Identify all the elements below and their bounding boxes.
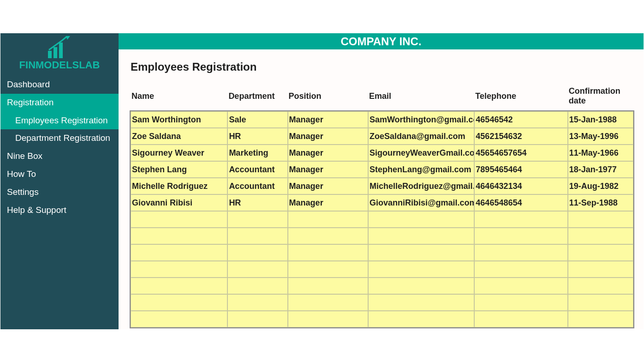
cell-name[interactable]: Stephen Lang: [131, 161, 227, 178]
cell-position[interactable]: [288, 228, 368, 244]
table-row[interactable]: [131, 311, 633, 327]
cell-department[interactable]: [227, 244, 287, 261]
cell-email[interactable]: [368, 261, 474, 278]
cell-confirmation[interactable]: [568, 311, 633, 327]
cell-position[interactable]: Manager: [288, 128, 368, 145]
cell-department[interactable]: [227, 294, 287, 311]
cell-telephone[interactable]: [474, 261, 567, 278]
table-row[interactable]: [131, 228, 633, 244]
cell-position[interactable]: [288, 261, 368, 278]
cell-confirmation[interactable]: 15-Jan-1988: [568, 111, 633, 128]
sidebar-item-department-registration[interactable]: Department Registration: [0, 129, 119, 147]
table-row[interactable]: [131, 211, 633, 228]
cell-confirmation[interactable]: [568, 228, 633, 244]
cell-department[interactable]: [227, 278, 287, 294]
cell-name[interactable]: [131, 311, 227, 327]
cell-department[interactable]: HR: [227, 128, 287, 145]
table-row[interactable]: [131, 244, 633, 261]
cell-telephone[interactable]: 4646432134: [474, 178, 567, 194]
cell-position[interactable]: [288, 211, 368, 228]
cell-confirmation[interactable]: [568, 244, 633, 261]
cell-name[interactable]: [131, 278, 227, 294]
cell-name[interactable]: [131, 211, 227, 228]
cell-confirmation[interactable]: 11-May-1966: [568, 145, 633, 161]
table-row[interactable]: Michelle RodriguezAccountantManagerMiche…: [131, 178, 633, 194]
cell-department[interactable]: [227, 261, 287, 278]
cell-department[interactable]: Accountant: [227, 178, 287, 194]
cell-email[interactable]: [368, 311, 474, 327]
cell-telephone[interactable]: 4646548654: [474, 194, 567, 211]
table-row[interactable]: [131, 294, 633, 311]
cell-telephone[interactable]: [474, 278, 567, 294]
cell-name[interactable]: Giovanni Ribisi: [131, 194, 227, 211]
cell-confirmation[interactable]: [568, 261, 633, 278]
cell-name[interactable]: [131, 244, 227, 261]
cell-position[interactable]: Manager: [288, 111, 368, 128]
cell-confirmation[interactable]: [568, 278, 633, 294]
cell-confirmation[interactable]: [568, 294, 633, 311]
cell-telephone[interactable]: [474, 294, 567, 311]
sidebar-item-registration[interactable]: Registration: [0, 94, 119, 112]
cell-email[interactable]: MichelleRodriguez@gmail.com: [368, 178, 474, 194]
sidebar-item-nine-box[interactable]: Nine Box: [0, 147, 119, 165]
cell-position[interactable]: Manager: [288, 145, 368, 161]
cell-position[interactable]: [288, 244, 368, 261]
cell-email[interactable]: SamWorthington@gmail.com: [368, 111, 474, 128]
cell-telephone[interactable]: [474, 211, 567, 228]
cell-name[interactable]: Sigourney Weaver: [131, 145, 227, 161]
cell-department[interactable]: Accountant: [227, 161, 287, 178]
cell-telephone[interactable]: 45654657654: [474, 145, 567, 161]
cell-department[interactable]: [227, 211, 287, 228]
cell-name[interactable]: Sam Worthington: [131, 111, 227, 128]
sidebar-item-how-to[interactable]: How To: [0, 165, 119, 183]
cell-department[interactable]: Marketing: [227, 145, 287, 161]
cell-name[interactable]: Zoe Saldana: [131, 128, 227, 145]
cell-confirmation[interactable]: 11-Sep-1988: [568, 194, 633, 211]
cell-telephone[interactable]: 7895465464: [474, 161, 567, 178]
cell-confirmation[interactable]: 19-Aug-1982: [568, 178, 633, 194]
cell-position[interactable]: Manager: [288, 178, 368, 194]
table-row[interactable]: Giovanni RibisiHRManagerGiovanniRibisi@g…: [131, 194, 633, 211]
sidebar-item-employees-registration[interactable]: Employees Registration: [0, 112, 119, 130]
sidebar-item-help-support[interactable]: Help & Support: [0, 201, 119, 219]
cell-telephone[interactable]: [474, 311, 567, 327]
cell-confirmation[interactable]: 13-May-1996: [568, 128, 633, 145]
cell-position[interactable]: [288, 311, 368, 327]
cell-position[interactable]: [288, 294, 368, 311]
cell-email[interactable]: [368, 278, 474, 294]
cell-email[interactable]: SigourneyWeaverGmail.com: [368, 145, 474, 161]
cell-email[interactable]: ZoeSaldana@gmail.com: [368, 128, 474, 145]
cell-department[interactable]: HR: [227, 194, 287, 211]
cell-telephone[interactable]: [474, 244, 567, 261]
cell-email[interactable]: StephenLang@gmail.com: [368, 161, 474, 178]
cell-position[interactable]: Manager: [288, 194, 368, 211]
cell-email[interactable]: [368, 228, 474, 244]
table-row[interactable]: Zoe SaldanaHRManagerZoeSaldana@gmail.com…: [131, 128, 633, 145]
table-row[interactable]: Sigourney WeaverMarketingManagerSigourne…: [131, 145, 633, 161]
cell-department[interactable]: [227, 311, 287, 327]
cell-confirmation[interactable]: 18-Jan-1977: [568, 161, 633, 178]
cell-department[interactable]: Sale: [227, 111, 287, 128]
table-row[interactable]: [131, 278, 633, 294]
table-row[interactable]: Stephen LangAccountantManagerStephenLang…: [131, 161, 633, 178]
table-row[interactable]: Sam WorthingtonSaleManagerSamWorthington…: [131, 111, 633, 128]
cell-email[interactable]: [368, 294, 474, 311]
cell-telephone[interactable]: 4562154632: [474, 128, 567, 145]
cell-email[interactable]: [368, 211, 474, 228]
cell-name[interactable]: [131, 261, 227, 278]
cell-email[interactable]: [368, 244, 474, 261]
cell-telephone[interactable]: 46546542: [474, 111, 567, 128]
sidebar-item-dashboard[interactable]: Dashboard: [0, 76, 119, 94]
cell-name[interactable]: [131, 294, 227, 311]
cell-department[interactable]: [227, 228, 287, 244]
col-header: Position: [288, 86, 368, 111]
table-row[interactable]: [131, 261, 633, 278]
cell-name[interactable]: Michelle Rodriguez: [131, 178, 227, 194]
cell-confirmation[interactable]: [568, 211, 633, 228]
cell-position[interactable]: Manager: [288, 161, 368, 178]
cell-telephone[interactable]: [474, 228, 567, 244]
sidebar-item-settings[interactable]: Settings: [0, 183, 119, 201]
cell-email[interactable]: GiovanniRibisi@gmail.com: [368, 194, 474, 211]
cell-position[interactable]: [288, 278, 368, 294]
cell-name[interactable]: [131, 228, 227, 244]
